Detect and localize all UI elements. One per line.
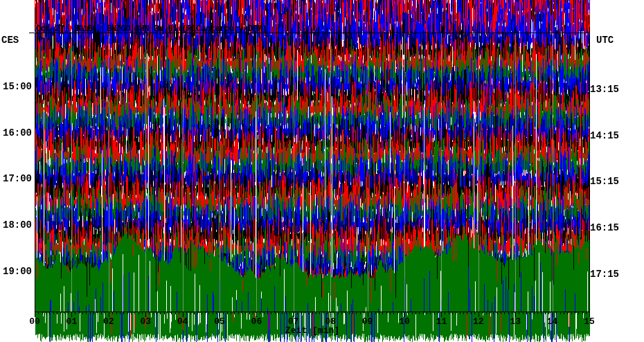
helicorder-screenshot: Oct 27, 2016 BNZGO BHN BW 01 (R1Canterbu… <box>0 0 644 342</box>
seismogram-trace-canvas <box>0 0 644 342</box>
